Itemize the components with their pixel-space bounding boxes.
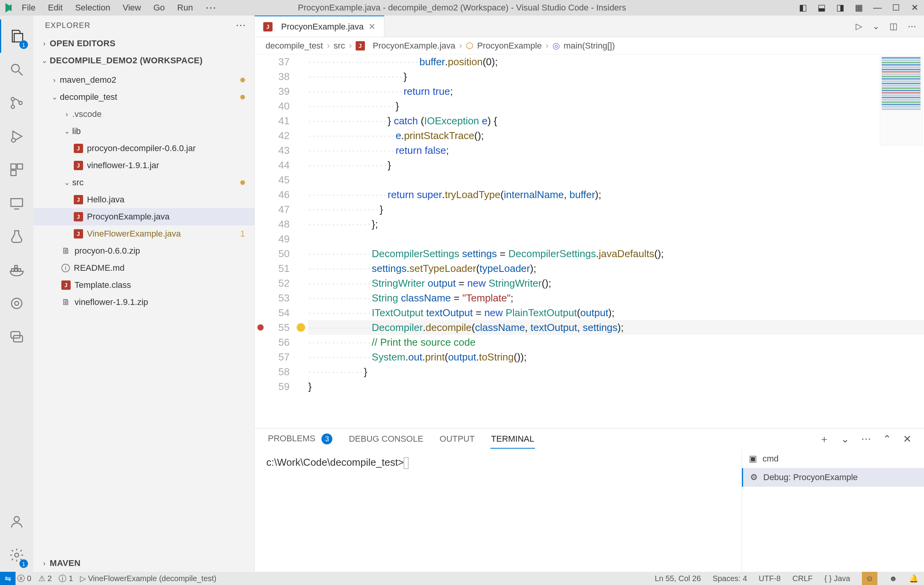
status-copilot-icon[interactable]: ☺ [862, 572, 877, 585]
menu-run[interactable]: Run [171, 0, 199, 16]
folder-vscode[interactable]: › .vscode [33, 106, 254, 123]
menu-file[interactable]: File [16, 0, 42, 16]
info-file-icon: i [61, 264, 70, 272]
layout-primary-sidebar-icon[interactable]: ◧ [794, 0, 812, 16]
breadcrumb[interactable]: decompile_test› src› J ProcyonExample.ja… [255, 37, 924, 54]
layout-panel-icon[interactable]: ⬓ [812, 0, 831, 16]
chevron-down-icon: ⌄ [61, 127, 72, 136]
panel-maximize-icon[interactable]: ⌃ [883, 433, 891, 445]
layout-customize-icon[interactable]: ▦ [849, 0, 868, 16]
file-template-class[interactable]: J Template.class [33, 277, 254, 294]
file-label: vineflower-1.9.1.jar [87, 160, 159, 171]
file-vineflower-zip[interactable]: 🗎 vineflower-1.9.1.zip [33, 294, 254, 311]
activity-gear-alt-icon[interactable] [0, 287, 33, 320]
breadcrumb-segment[interactable]: decompile_test [266, 41, 323, 51]
folder-decompile-test[interactable]: ⌄ decompile_test [33, 89, 254, 106]
window-minimize-icon[interactable]: — [868, 0, 887, 16]
folder-label: decompile_test [60, 92, 117, 102]
lightbulb-icon[interactable] [297, 323, 305, 332]
menu-more-icon[interactable]: ⋯ [199, 0, 222, 16]
activity-testing-icon[interactable] [0, 220, 33, 253]
folder-lib[interactable]: ⌄ lib [33, 123, 254, 140]
file-hello-java[interactable]: J Hello.java [33, 191, 254, 208]
panel-tab-terminal[interactable]: TERMINAL [490, 430, 535, 448]
status-errors[interactable]: ⓧ 0 [17, 573, 31, 584]
panel-more-icon[interactable]: ⋯ [861, 433, 871, 445]
folder-src[interactable]: ⌄ src [33, 174, 254, 191]
code-view[interactable]: 3738394041424344454647484950515253545556… [255, 54, 924, 428]
zip-file-icon: 🗎 [61, 246, 71, 256]
status-bell-icon[interactable]: 🔔 [909, 574, 919, 583]
breadcrumb-segment[interactable]: ProcyonExample.java [373, 41, 455, 51]
status-encoding[interactable]: UTF-8 [759, 574, 781, 583]
activity-docker-icon[interactable] [0, 253, 33, 287]
folder-maven-demo2[interactable]: › maven_demo2 [33, 71, 254, 89]
section-open-editors[interactable]: › OPEN EDITORS [33, 35, 254, 52]
layout-secondary-sidebar-icon[interactable]: ◨ [831, 0, 849, 16]
open-editors-label: OPEN EDITORS [50, 38, 115, 49]
section-workspace[interactable]: ⌄ DECOMPILE_DEMO2 (WORKSPACE) [33, 52, 254, 69]
activity-source-control-icon[interactable] [0, 86, 33, 120]
java-file-icon: J [74, 229, 83, 239]
window-title: ProcyonExample.java - decompile_demo2 (W… [298, 3, 626, 13]
panel-tab-problems[interactable]: PROBLEMS 3 [267, 430, 333, 449]
new-terminal-icon[interactable]: ＋ [819, 432, 829, 446]
svg-point-0 [12, 64, 19, 72]
breakpoint-icon[interactable] [257, 324, 264, 331]
activity-comments-icon[interactable] [0, 320, 33, 353]
activity-remote-explorer-icon[interactable] [0, 186, 33, 220]
section-maven[interactable]: › MAVEN [33, 555, 254, 572]
panel-tab-debug-console[interactable]: DEBUG CONSOLE [348, 430, 424, 448]
sidebar-title: EXPLORER [45, 21, 90, 30]
breadcrumb-segment[interactable]: main(String[]) [564, 41, 615, 51]
panel: PROBLEMS 3 DEBUG CONSOLE OUTPUT TERMINAL… [255, 428, 924, 572]
file-lib-0[interactable]: J procyon-decompiler-0.6.0.jar [33, 140, 254, 157]
panel-close-icon[interactable]: ✕ [903, 433, 912, 445]
panel-tab-output[interactable]: OUTPUT [439, 430, 475, 448]
file-label: Hello.java [87, 195, 125, 205]
activity-account-icon[interactable] [0, 505, 33, 538]
run-dropdown-icon[interactable]: ⌄ [872, 21, 879, 31]
activity-run-debug-icon[interactable] [0, 120, 33, 153]
terminal-item-debug[interactable]: ⚙ Debug: ProcyonExample [742, 468, 924, 487]
minimap[interactable] [880, 56, 922, 145]
menu-edit[interactable]: Edit [42, 0, 69, 16]
status-line-col[interactable]: Ln 55, Col 26 [655, 574, 701, 583]
svg-point-4 [12, 138, 16, 142]
status-feedback-icon[interactable]: ☻ [889, 574, 897, 583]
menu-go[interactable]: Go [147, 0, 171, 16]
terminal-view[interactable]: c:\Work\Code\decompile_test> [255, 449, 742, 572]
status-run-target[interactable]: ▷ VineFlowerExample (decompile_test) [80, 574, 216, 583]
activity-settings-badge: 1 [19, 559, 28, 568]
status-eol[interactable]: CRLF [792, 574, 813, 583]
svg-rect-7 [11, 171, 16, 176]
sidebar-more-icon[interactable]: ⋯ [236, 19, 247, 31]
file-lib-1[interactable]: J vineflower-1.9.1.jar [33, 157, 254, 174]
file-procyon-zip[interactable]: 🗎 procyon-0.6.0.zip [33, 242, 254, 259]
menu-view[interactable]: View [116, 0, 147, 16]
file-readme-md[interactable]: i README.md [33, 259, 254, 277]
activity-explorer-icon[interactable]: 1 [0, 19, 33, 53]
breadcrumb-segment[interactable]: src [333, 41, 345, 51]
window-maximize-icon[interactable]: ☐ [887, 0, 905, 16]
window-close-icon[interactable]: ✕ [905, 0, 924, 16]
close-icon[interactable]: ✕ [368, 22, 375, 32]
editor-more-icon[interactable]: ⋯ [908, 21, 916, 31]
terminal-split-dropdown-icon[interactable]: ⌄ [841, 433, 849, 445]
terminal-item-cmd[interactable]: ▣ cmd [742, 449, 924, 468]
file-procyon-example-java[interactable]: J ProcyonExample.java [33, 208, 254, 225]
activity-settings-icon[interactable]: 1 [0, 538, 33, 572]
status-infos[interactable]: ⓘ 1 [59, 573, 73, 584]
tab-procyon-example[interactable]: J ProcyonExample.java ✕ [255, 16, 384, 37]
activity-extensions-icon[interactable] [0, 153, 33, 186]
run-icon[interactable]: ▷ [856, 21, 862, 31]
status-indent[interactable]: Spaces: 4 [712, 574, 747, 583]
status-warnings[interactable]: ⚠ 2 [38, 574, 52, 583]
breadcrumb-segment[interactable]: ProcyonExample [477, 41, 542, 51]
status-language[interactable]: { } Java [824, 574, 850, 583]
menu-selection[interactable]: Selection [69, 0, 116, 16]
activity-search-icon[interactable] [0, 53, 33, 86]
remote-indicator-icon[interactable]: ⇋ [0, 572, 16, 585]
file-vineflower-example-java[interactable]: J VineFlowerExample.java 1 [33, 225, 254, 242]
split-editor-icon[interactable]: ◫ [889, 21, 898, 31]
